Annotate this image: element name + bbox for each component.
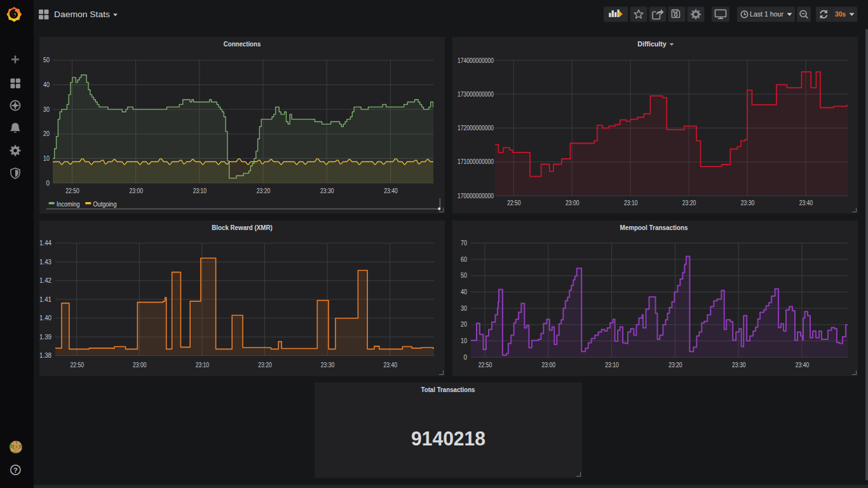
svg-text:23:20: 23:20 [258, 362, 272, 369]
svg-text:23:10: 23:10 [196, 362, 210, 369]
svg-text:22:50: 22:50 [70, 362, 84, 369]
svg-text:23:00: 23:00 [129, 187, 143, 194]
svg-text:30: 30 [43, 106, 50, 113]
svg-text:23:30: 23:30 [321, 362, 335, 369]
svg-text:23:10: 23:10 [605, 362, 619, 369]
svg-text:Incoming: Incoming [57, 200, 80, 208]
svg-text:Daemon Stats: Daemon Stats [54, 10, 110, 19]
svg-text:Outgoing: Outgoing [93, 200, 117, 208]
svg-text:Total Transactions: Total Transactions [421, 386, 475, 393]
svg-text:40: 40 [461, 288, 467, 295]
svg-text:23:00: 23:00 [133, 362, 147, 369]
svg-text:30s: 30s [835, 10, 846, 18]
svg-text:22:50: 22:50 [507, 200, 521, 207]
svg-text:9140218: 9140218 [411, 428, 485, 449]
svg-text:23:20: 23:20 [668, 362, 682, 369]
svg-text:23:00: 23:00 [566, 200, 580, 207]
svg-text:0: 0 [464, 354, 468, 361]
svg-text:40: 40 [43, 81, 50, 88]
svg-text:Mempool Transactions: Mempool Transactions [620, 224, 688, 231]
svg-text:50: 50 [43, 57, 50, 64]
svg-text:30: 30 [461, 305, 467, 312]
svg-text:Connections: Connections [224, 40, 261, 48]
svg-text:23:40: 23:40 [384, 187, 398, 194]
svg-text:Last 1 hour: Last 1 hour [750, 10, 783, 18]
svg-text:23:40: 23:40 [799, 200, 813, 207]
svg-text:1.40: 1.40 [39, 315, 51, 322]
svg-text:0: 0 [46, 180, 50, 187]
svg-text:23:40: 23:40 [383, 362, 397, 369]
svg-text:173000000000: 173000000000 [458, 91, 494, 98]
svg-text:1.41: 1.41 [39, 296, 51, 303]
svg-text:23:00: 23:00 [542, 362, 556, 369]
svg-text:Difficulty: Difficulty [637, 40, 667, 48]
svg-text:23:30: 23:30 [741, 200, 755, 207]
svg-text:20: 20 [461, 321, 467, 328]
svg-text:?: ? [13, 466, 18, 474]
svg-text:Block Reward (XMR): Block Reward (XMR) [212, 224, 273, 231]
svg-text:10: 10 [43, 155, 50, 162]
svg-text:23:30: 23:30 [732, 362, 746, 369]
svg-text:1.42: 1.42 [39, 277, 51, 284]
svg-text:172000000000: 172000000000 [458, 125, 494, 132]
svg-text:170000000000: 170000000000 [458, 193, 494, 200]
svg-text:1.44: 1.44 [39, 240, 51, 247]
svg-text:22:50: 22:50 [65, 187, 79, 194]
svg-text:23:10: 23:10 [624, 200, 638, 207]
svg-text:10: 10 [461, 337, 467, 344]
svg-text:174000000000: 174000000000 [458, 57, 494, 64]
svg-text:20: 20 [43, 130, 50, 137]
svg-text:23:20: 23:20 [682, 200, 696, 207]
svg-text:23:40: 23:40 [796, 362, 810, 369]
svg-text:50: 50 [461, 272, 467, 279]
svg-text:23:10: 23:10 [193, 187, 207, 194]
svg-text:1.38: 1.38 [39, 352, 51, 359]
svg-text:1.39: 1.39 [39, 334, 51, 341]
svg-text:70: 70 [461, 240, 467, 247]
svg-text:60: 60 [461, 256, 467, 263]
svg-text:1.43: 1.43 [39, 259, 51, 266]
svg-text:22:50: 22:50 [478, 362, 492, 369]
svg-text:171000000000: 171000000000 [458, 158, 494, 165]
svg-text:23:20: 23:20 [257, 187, 271, 194]
svg-text:23:30: 23:30 [320, 187, 334, 194]
